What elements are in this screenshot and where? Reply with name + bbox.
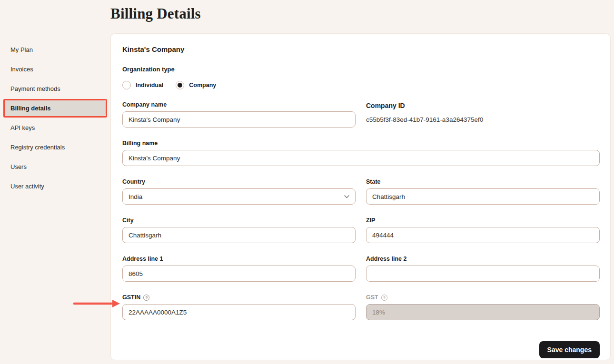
zip-label: ZIP: [366, 217, 375, 224]
radio-individual[interactable]: Individual: [122, 81, 163, 89]
country-select[interactable]: India: [122, 188, 356, 205]
sidebar-item-users[interactable]: Users: [5, 159, 106, 175]
field-state: State: [366, 178, 600, 205]
country-label: Country: [122, 178, 145, 185]
chevron-down-icon: [344, 195, 349, 198]
address-line-1-input[interactable]: [122, 266, 356, 282]
company-name-input[interactable]: [122, 111, 356, 128]
field-zip: ZIP: [366, 216, 600, 243]
field-billing-name: Billing name: [122, 139, 600, 166]
radio-individual-label: Individual: [136, 82, 163, 89]
sidebar-item-registry-credentials[interactable]: Registry credentials: [5, 139, 106, 155]
company-id-block: Company ID c55b5f3f-83ed-41b7-9161-a3a26…: [366, 101, 600, 128]
gst-input: [366, 304, 600, 320]
radio-unchecked-icon: [122, 81, 131, 89]
city-input[interactable]: [122, 227, 356, 243]
save-changes-button[interactable]: Save changes: [539, 341, 600, 358]
city-label: City: [122, 217, 134, 224]
company-heading: Kinsta's Company: [122, 45, 599, 53]
address-line-2-input[interactable]: [366, 266, 600, 282]
sidebar-item-user-activity[interactable]: User activity: [5, 178, 106, 194]
billing-name-input[interactable]: [122, 150, 600, 166]
field-gst: GST ?: [366, 294, 600, 320]
page-title: Billing Details: [110, 5, 201, 22]
sidebar-item-my-plan[interactable]: My Plan: [5, 42, 106, 58]
sidebar-item-payment-methods[interactable]: Payment methods: [5, 81, 106, 97]
radio-company-label: Company: [189, 82, 216, 89]
annotation-arrow-icon: [73, 299, 121, 310]
sidebar: My Plan Invoices Payment methods Billing…: [0, 42, 110, 198]
billing-details-card: Kinsta's Company Organization type Indiv…: [110, 33, 611, 360]
company-name-label: Company name: [122, 101, 167, 108]
sidebar-item-billing-details[interactable]: Billing details: [5, 100, 106, 116]
gst-label: GST: [366, 294, 378, 301]
address-line-2-label: Address line 2: [366, 256, 406, 262]
sidebar-item-api-keys[interactable]: API keys: [5, 120, 106, 136]
company-id-label: Company ID: [366, 102, 600, 109]
gstin-label: GSTIN: [122, 294, 140, 301]
help-icon[interactable]: ?: [381, 295, 387, 301]
field-address-line-2: Address line 2: [366, 255, 600, 282]
sidebar-item-label: Billing details: [10, 105, 51, 112]
field-city: City: [122, 216, 356, 243]
gstin-input[interactable]: [122, 304, 356, 320]
radio-company[interactable]: Company: [176, 81, 216, 89]
help-icon[interactable]: ?: [143, 295, 149, 301]
field-address-line-1: Address line 1: [122, 255, 356, 282]
address-line-1-label: Address line 1: [122, 256, 163, 262]
billing-name-label: Billing name: [122, 140, 158, 147]
state-input[interactable]: [366, 188, 600, 205]
organization-type-radios: Individual Company: [122, 81, 599, 89]
field-country: Country India: [122, 178, 356, 205]
radio-checked-icon: [176, 81, 184, 89]
zip-input[interactable]: [366, 227, 600, 243]
company-id-value: c55b5f3f-83ed-41b7-9161-a3a264375ef0: [366, 116, 600, 123]
state-label: State: [366, 178, 381, 185]
field-gstin: GSTIN ?: [122, 294, 356, 320]
organization-type-label: Organization type: [122, 66, 599, 73]
country-selected-value: India: [129, 193, 142, 200]
sidebar-item-invoices[interactable]: Invoices: [5, 61, 106, 77]
billing-form: Company name Company ID c55b5f3f-83ed-41…: [122, 101, 600, 358]
field-company-name: Company name: [122, 101, 356, 128]
